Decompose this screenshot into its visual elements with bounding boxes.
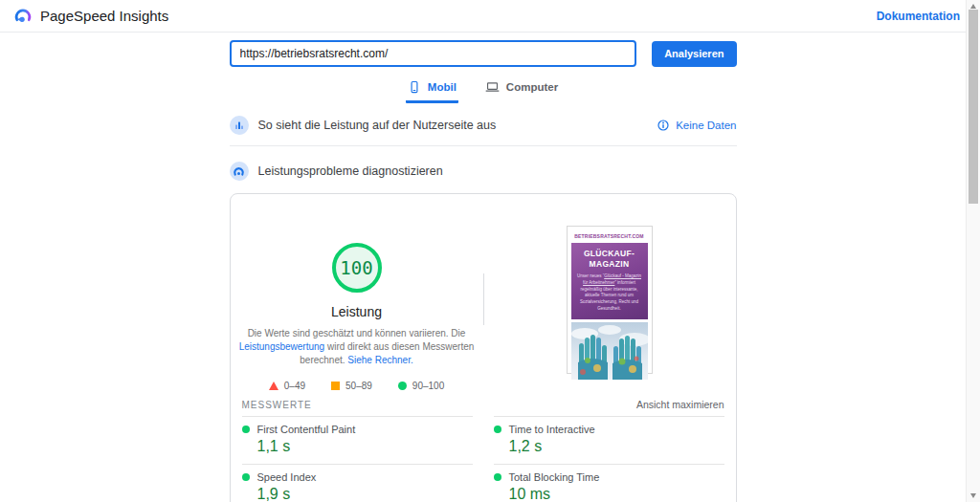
computer-icon (485, 80, 500, 94)
device-tabs: Mobil Computer (230, 78, 737, 103)
legend-item-average: 50–89 (331, 381, 372, 391)
thumb-magazine-text: Unser neues “Glückauf - Magazin für Arbe… (575, 273, 644, 313)
score-category-label: Leistung (331, 304, 382, 319)
metric-value: 1,9 s (257, 486, 473, 502)
fail-triangle-icon (269, 382, 278, 390)
no-data-label: Keine Daten (676, 120, 736, 131)
metric-total-blocking-time: Total Blocking Time 10 ms (494, 464, 724, 502)
score-value: 100 (340, 257, 372, 278)
field-data-section-header: So sieht die Leistung auf der Nutzerseit… (230, 116, 737, 135)
lab-data-section-header: Leistungsprobleme diagnostizieren (230, 162, 737, 181)
metrics-heading: MESSWERTE (242, 400, 312, 410)
expand-view-toggle[interactable]: Ansicht maximieren (636, 399, 724, 410)
metric-speed-index: Speed Index 1,9 s (242, 464, 473, 502)
metric-label: Speed Index (257, 471, 317, 483)
metric-value: 10 ms (509, 486, 724, 502)
url-input[interactable] (230, 40, 637, 67)
metric-value: 1,1 s (257, 438, 473, 455)
legend-fail-range: 0–49 (284, 381, 305, 391)
legend-item-pass: 90–100 (398, 381, 444, 391)
search-row: Analysieren (230, 40, 737, 67)
thumb-site-header: BETRIEBSRATSRECHT.COM (571, 230, 648, 243)
thumb-magazine-title: GLÜCKAUF-MAGAZIN (575, 249, 644, 270)
score-column: 100 Leistung Die Werte sind geschätzt un… (231, 226, 483, 391)
field-data-icon (230, 116, 249, 135)
tab-mobile-label: Mobil (428, 81, 457, 93)
score-weighting-link[interactable]: Leistungsbewertung (239, 341, 325, 352)
metric-label: First Contentful Paint (257, 424, 356, 435)
metric-label: Total Blocking Time (509, 471, 600, 483)
page-screenshot-thumbnail[interactable]: BETRIEBSRATSRECHT.COM GLÜCKAUF-MAGAZIN U… (567, 226, 653, 374)
app-header: PageSpeed Insights Dokumentation (0, 0, 966, 33)
scroll-down-arrow-icon[interactable] (970, 493, 976, 498)
pass-dot-icon (242, 426, 250, 433)
tab-desktop-label: Computer (506, 81, 558, 93)
report-card: 100 Leistung Die Werte sind geschätzt un… (230, 193, 737, 502)
lab-data-title: Leistungsprobleme diagnostizieren (258, 164, 443, 178)
app-title: PageSpeed Insights (40, 8, 168, 24)
metric-time-to-interactive: Time to Interactive 1,2 s (494, 416, 724, 464)
metrics-header-row: MESSWERTE Ansicht maximieren (231, 399, 736, 410)
scroll-up-arrow-icon[interactable] (970, 4, 976, 9)
metric-first-contentful-paint: First Contentful Paint 1,1 s (242, 416, 473, 464)
documentation-link[interactable]: Dokumentation (877, 10, 960, 23)
thumb-text-1: Unser neues “ (577, 273, 604, 278)
scrollbar-thumb[interactable] (969, 10, 978, 204)
field-data-title: So sieht die Leistung auf der Nutzerseit… (258, 119, 497, 132)
legend-pass-range: 90–100 (412, 381, 444, 391)
thumb-hands-photo (571, 322, 648, 380)
performance-score-gauge: 100 (332, 243, 382, 293)
score-description: Die Werte sind geschätzt und können vari… (237, 327, 477, 367)
column-divider (483, 273, 484, 325)
analyze-button[interactable]: Analysieren (652, 41, 736, 67)
diagnose-icon (230, 162, 249, 181)
metric-label: Time to Interactive (509, 424, 595, 435)
tab-desktop[interactable]: Computer (483, 78, 560, 103)
screenshot-column: BETRIEBSRATSRECHT.COM GLÜCKAUF-MAGAZIN U… (483, 226, 736, 391)
score-legend: 0–49 50–89 90–100 (269, 381, 444, 391)
metrics-grid: First Contentful Paint 1,1 s Time to Int… (231, 416, 736, 502)
app-brand: PageSpeed Insights (13, 7, 168, 26)
thumb-magazine-block: GLÜCKAUF-MAGAZIN Unser neues “Glückauf -… (571, 243, 648, 319)
metric-value: 1,2 s (509, 438, 724, 455)
phone-icon (408, 80, 421, 94)
page: PageSpeed Insights Dokumentation Analysi… (0, 0, 966, 502)
info-icon (657, 120, 669, 131)
tab-mobile[interactable]: Mobil (406, 78, 458, 103)
legend-average-range: 50–89 (345, 381, 372, 391)
no-data-link[interactable]: Keine Daten (657, 120, 736, 131)
average-square-icon (331, 382, 340, 390)
pass-circle-icon (398, 382, 407, 390)
pass-dot-icon (494, 473, 501, 481)
pass-dot-icon (494, 426, 501, 433)
vertical-scrollbar[interactable] (966, 0, 980, 502)
main-content: Analysieren Mobil Computer (230, 40, 737, 502)
score-desc-text-1: Die Werte sind geschätzt und können vari… (248, 328, 466, 338)
pagespeed-logo-icon (13, 7, 33, 26)
pass-dot-icon (242, 473, 250, 481)
section-divider (230, 145, 737, 146)
calculator-link[interactable]: Siehe Rechner. (347, 355, 412, 365)
legend-item-fail: 0–49 (269, 381, 305, 391)
